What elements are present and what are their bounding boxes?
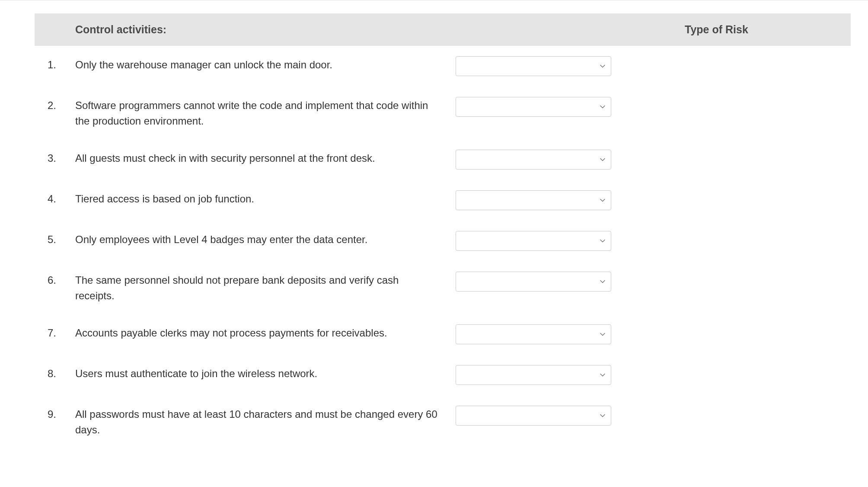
row-activity-text: Only the warehouse manager can unlock th…	[75, 56, 456, 73]
row-activity-text: Tiered access is based on job function.	[75, 190, 456, 207]
table-row: 4. Tiered access is based on job functio…	[35, 180, 851, 221]
row-activity-text: Accounts payable clerks may not process …	[75, 324, 456, 341]
row-risk-cell	[456, 406, 611, 426]
risk-select[interactable]	[456, 324, 611, 344]
row-number: 4.	[45, 190, 75, 207]
table-row: 1. Only the warehouse manager can unlock…	[35, 46, 851, 87]
table-row: 9. All passwords must have at least 10 c…	[35, 395, 851, 448]
row-number: 3.	[45, 150, 75, 166]
row-risk-cell	[456, 190, 611, 210]
risk-select[interactable]	[456, 150, 611, 170]
row-number: 7.	[45, 324, 75, 341]
risk-select-wrap	[456, 150, 611, 170]
table-row: 2. Software programmers cannot write the…	[35, 87, 851, 139]
row-activity-text: All guests must check in with security p…	[75, 150, 456, 166]
table-row: 3. All guests must check in with securit…	[35, 139, 851, 180]
header-col-activity: Control activities:	[75, 22, 685, 38]
risk-select[interactable]	[456, 231, 611, 251]
table-row: 6. The same personnel should not prepare…	[35, 261, 851, 314]
row-number: 5.	[45, 231, 75, 247]
row-number: 2.	[45, 97, 75, 113]
row-activity-text: The same personnel should not prepare ba…	[75, 272, 456, 304]
row-risk-cell	[456, 56, 611, 76]
row-risk-cell	[456, 231, 611, 251]
row-risk-cell	[456, 97, 611, 117]
activities-table: Control activities: Type of Risk 1. Only…	[35, 13, 851, 448]
risk-select-wrap	[456, 272, 611, 292]
table-row: 8. Users must authenticate to join the w…	[35, 355, 851, 395]
row-risk-cell	[456, 272, 611, 292]
risk-select-wrap	[456, 406, 611, 426]
header-col-number	[45, 22, 75, 38]
header-col-risk: Type of Risk	[685, 22, 840, 38]
row-risk-cell	[456, 150, 611, 170]
risk-select-wrap	[456, 324, 611, 344]
row-risk-cell	[456, 324, 611, 344]
row-number: 8.	[45, 365, 75, 381]
row-activity-text: Software programmers cannot write the co…	[75, 97, 456, 129]
row-activity-text: Only employees with Level 4 badges may e…	[75, 231, 456, 247]
risk-select[interactable]	[456, 272, 611, 292]
risk-select-wrap	[456, 365, 611, 385]
row-number: 1.	[45, 56, 75, 73]
risk-select-wrap	[456, 56, 611, 76]
page-container: Control activities: Type of Risk 1. Only…	[0, 0, 868, 465]
risk-select[interactable]	[456, 406, 611, 426]
risk-select[interactable]	[456, 190, 611, 210]
risk-select[interactable]	[456, 56, 611, 76]
table-row: 7. Accounts payable clerks may not proce…	[35, 314, 851, 355]
table-header-row: Control activities: Type of Risk	[35, 14, 851, 46]
row-risk-cell	[456, 365, 611, 385]
risk-select-wrap	[456, 190, 611, 210]
table-row: 5. Only employees with Level 4 badges ma…	[35, 221, 851, 261]
row-activity-text: Users must authenticate to join the wire…	[75, 365, 456, 381]
risk-select-wrap	[456, 97, 611, 117]
row-activity-text: All passwords must have at least 10 char…	[75, 406, 456, 438]
risk-select[interactable]	[456, 97, 611, 117]
risk-select[interactable]	[456, 365, 611, 385]
risk-select-wrap	[456, 231, 611, 251]
row-number: 6.	[45, 272, 75, 288]
row-number: 9.	[45, 406, 75, 422]
